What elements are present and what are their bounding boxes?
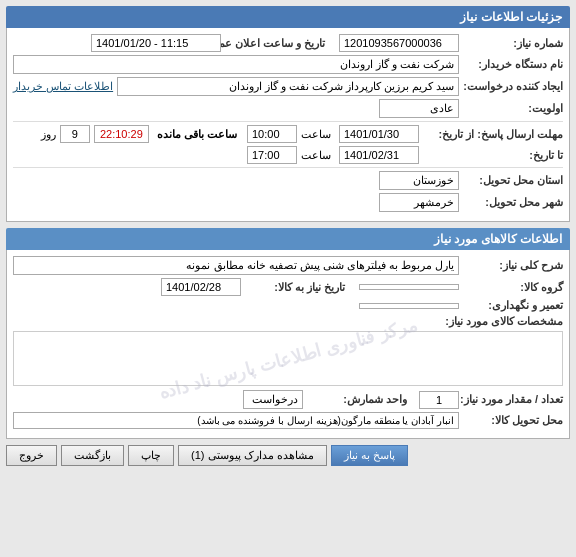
delivery-city-value: خرمشهر: [379, 193, 459, 212]
send-from-time-label: ساعت: [301, 128, 331, 141]
send-to-time-label: ساعت: [301, 149, 331, 162]
send-from-label: مهلت ارسال پاسخ: از تاریخ:: [423, 128, 563, 141]
section1-body: شماره نیاز: 1201093567000036 تاریخ و ساع…: [6, 28, 570, 222]
day-value: 9: [60, 125, 90, 143]
row-priority: اولویت: عادی: [13, 99, 563, 118]
order-number-value: 1201093567000036: [339, 34, 459, 52]
section2-header: اطلاعات کالاهای مورد نیاز: [6, 228, 570, 250]
goods-group-label: گروه کالا:: [463, 281, 563, 294]
goods-desc-label: شرح کلی نیاز:: [463, 259, 563, 272]
goods-group-value: [359, 284, 459, 290]
row-delivery-place: محل تحویل کالا: انبار آبادان یا منطقه ما…: [13, 412, 563, 429]
send-to-time: 17:00: [247, 146, 297, 164]
section1-title: جزئیات اطلاعات نیاز: [460, 10, 562, 24]
row-items-header: مشخصات کالای مورد نیاز:: [13, 315, 563, 328]
day-label: روز: [41, 128, 56, 141]
separator2: [13, 167, 563, 168]
print-button[interactable]: چاپ: [128, 445, 174, 466]
row-request-origin: ایجاد کننده درخواست: سید کریم برزین کارپ…: [13, 77, 563, 96]
row-goods-group-date: گروه کالا: تاریخ نیاز به کالا: 1401/02/2…: [13, 278, 563, 296]
row-order-number: شماره نیاز: 1201093567000036 تاریخ و ساع…: [13, 34, 563, 52]
contact-link[interactable]: اطلاعات تماس خریدار: [13, 80, 113, 93]
delivery-place-value: انبار آبادان یا منطقه مارگون(هزینه ارسال…: [13, 412, 459, 429]
main-container: جزئیات اطلاعات نیاز شماره نیاز: 12010935…: [0, 0, 576, 472]
date-time-value: 1401/01/20 - 11:15: [91, 34, 221, 52]
delivery-province-value: خوزستان: [379, 171, 459, 190]
send-from-time: 10:00: [247, 125, 297, 143]
priority-label: اولویت:: [463, 102, 563, 115]
section2-body: شرح کلی نیاز: یارل مربوط به فیلترهای شنی…: [6, 250, 570, 439]
count-label: تعداد / مقدار مورد نیاز:: [463, 393, 563, 406]
request-origin-label: ایجاد کننده درخواست:: [463, 80, 563, 93]
send-to-label: تا تاریخ:: [423, 149, 563, 162]
repair-label: تعمیر و نگهداری:: [463, 299, 563, 312]
buyer-name-label: نام دستگاه خریدار:: [463, 58, 563, 71]
response-button[interactable]: پاسخ به نیاز: [331, 445, 408, 466]
goods-date-label: تاریخ نیاز به کالا:: [245, 281, 345, 294]
items-area: مرکز فناوری اطلاعات پارس ناد داده: [13, 331, 563, 386]
bottom-buttons: پاسخ به نیاز مشاهده مدارک پیوستی (1) چاپ…: [6, 445, 570, 466]
remaining-value: 22:10:29: [94, 125, 149, 143]
remaining-label: ساعت باقی مانده: [157, 128, 237, 141]
row-delivery-city: شهر محل تحویل: خرمشهر: [13, 193, 563, 212]
delivery-place-label: محل تحویل کالا:: [463, 414, 563, 427]
view-docs-button[interactable]: مشاهده مدارک پیوستی (1): [178, 445, 327, 466]
row-repair: تعمیر و نگهداری:: [13, 299, 563, 312]
separator1: [13, 121, 563, 122]
row-buyer-name: نام دستگاه خریدار: شرکت نفت و گاز اروندا…: [13, 55, 563, 74]
row-send-to: تا تاریخ: 1401/02/31 ساعت 17:00: [13, 146, 563, 164]
repair-value: [359, 303, 459, 309]
row-goods-desc: شرح کلی نیاز: یارل مربوط به فیلترهای شنی…: [13, 256, 563, 275]
row-delivery-province: استان محل تحویل: خوزستان: [13, 171, 563, 190]
delivery-province-label: استان محل تحویل:: [463, 174, 563, 187]
row-count-unit: تعداد / مقدار مورد نیاز: 1 واحد شمارش: د…: [13, 390, 563, 409]
buyer-name-value: شرکت نفت و گاز اروندان: [13, 55, 459, 74]
section1: جزئیات اطلاعات نیاز شماره نیاز: 12010935…: [6, 6, 570, 222]
unit-label: واحد شمارش:: [307, 393, 407, 406]
section2: اطلاعات کالاهای مورد نیاز شرح کلی نیاز: …: [6, 228, 570, 439]
section1-header: جزئیات اطلاعات نیاز: [6, 6, 570, 28]
request-origin-value: سید کریم برزین کارپرداز شرکت نفت و گاز ا…: [117, 77, 459, 96]
goods-date-value: 1401/02/28: [161, 278, 241, 296]
goods-desc-value: یارل مربوط به فیلترهای شنی پیش تصفیه خان…: [13, 256, 459, 275]
order-number-label: شماره نیاز:: [463, 37, 563, 50]
section2-title: اطلاعات کالاهای مورد نیاز: [434, 232, 562, 246]
delivery-city-label: شهر محل تحویل:: [463, 196, 563, 209]
unit-value: درخواست: [243, 390, 303, 409]
date-time-label: تاریخ و ساعت اعلان عمومی:: [225, 37, 325, 50]
send-from-date: 1401/01/30: [339, 125, 419, 143]
priority-value: عادی: [379, 99, 459, 118]
items-label: مشخصات کالای مورد نیاز:: [463, 315, 563, 328]
count-value: 1: [419, 391, 459, 409]
row-send-from: مهلت ارسال پاسخ: از تاریخ: 1401/01/30 سا…: [13, 125, 563, 143]
exit-button[interactable]: خروج: [6, 445, 57, 466]
send-to-date: 1401/02/31: [339, 146, 419, 164]
back-button[interactable]: بازگشت: [61, 445, 124, 466]
